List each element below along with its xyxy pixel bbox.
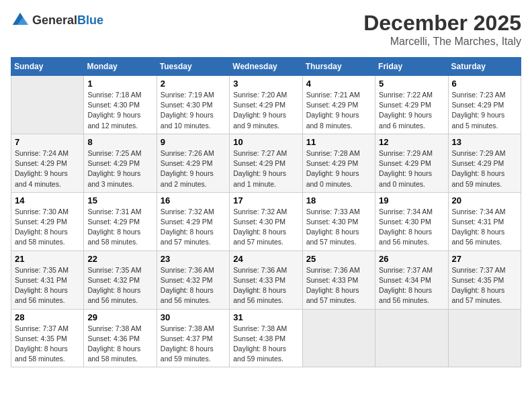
day-number: 22 bbox=[87, 254, 152, 264]
calendar-cell: 16Sunrise: 7:32 AMSunset: 4:29 PMDayligh… bbox=[157, 192, 229, 250]
calendar-week-row: 21Sunrise: 7:35 AMSunset: 4:31 PMDayligh… bbox=[11, 250, 521, 309]
day-number: 25 bbox=[306, 254, 371, 264]
day-info: Sunrise: 7:37 AMSunset: 4:35 PMDaylight:… bbox=[15, 324, 80, 365]
day-info: Sunrise: 7:29 AMSunset: 4:29 PMDaylight:… bbox=[452, 148, 517, 189]
calendar-week-row: 28Sunrise: 7:37 AMSunset: 4:35 PMDayligh… bbox=[11, 309, 521, 367]
day-info: Sunrise: 7:28 AMSunset: 4:29 PMDaylight:… bbox=[306, 148, 371, 189]
day-info: Sunrise: 7:37 AMSunset: 4:34 PMDaylight:… bbox=[379, 265, 444, 306]
day-info: Sunrise: 7:38 AMSunset: 4:37 PMDaylight:… bbox=[161, 324, 226, 365]
logo-general: General bbox=[32, 13, 77, 27]
logo: GeneralBlue bbox=[11, 11, 103, 30]
calendar-cell: 4Sunrise: 7:21 AMSunset: 4:29 PMDaylight… bbox=[302, 76, 375, 134]
day-number: 2 bbox=[161, 79, 226, 89]
day-number: 12 bbox=[379, 137, 444, 147]
day-number: 8 bbox=[87, 137, 152, 147]
calendar-cell bbox=[302, 309, 375, 367]
calendar-header-row: SundayMondayTuesdayWednesdayThursdayFrid… bbox=[11, 58, 521, 76]
month-title: December 2025 bbox=[363, 11, 521, 36]
day-info: Sunrise: 7:22 AMSunset: 4:29 PMDaylight:… bbox=[379, 90, 444, 131]
calendar-cell: 25Sunrise: 7:36 AMSunset: 4:33 PMDayligh… bbox=[302, 250, 375, 309]
day-number: 9 bbox=[161, 137, 226, 147]
day-number: 6 bbox=[452, 79, 517, 89]
calendar-cell: 30Sunrise: 7:38 AMSunset: 4:37 PMDayligh… bbox=[157, 309, 229, 367]
day-info: Sunrise: 7:18 AMSunset: 4:30 PMDaylight:… bbox=[87, 90, 152, 131]
logo-blue: Blue bbox=[77, 13, 103, 27]
calendar-cell bbox=[448, 309, 521, 367]
calendar-cell: 13Sunrise: 7:29 AMSunset: 4:29 PMDayligh… bbox=[448, 134, 521, 192]
calendar-cell: 26Sunrise: 7:37 AMSunset: 4:34 PMDayligh… bbox=[375, 250, 448, 309]
day-info: Sunrise: 7:38 AMSunset: 4:36 PMDaylight:… bbox=[87, 324, 152, 365]
logo-icon bbox=[11, 11, 30, 30]
calendar-cell: 2Sunrise: 7:19 AMSunset: 4:30 PMDaylight… bbox=[157, 76, 229, 134]
day-number: 13 bbox=[452, 137, 517, 147]
day-number: 11 bbox=[306, 137, 371, 147]
day-number: 23 bbox=[161, 254, 226, 264]
calendar-cell: 20Sunrise: 7:34 AMSunset: 4:31 PMDayligh… bbox=[448, 192, 521, 250]
day-number: 7 bbox=[15, 137, 80, 147]
header-day-sunday: Sunday bbox=[11, 58, 84, 76]
day-number: 17 bbox=[233, 195, 298, 205]
day-info: Sunrise: 7:24 AMSunset: 4:29 PMDaylight:… bbox=[15, 148, 80, 189]
day-info: Sunrise: 7:31 AMSunset: 4:29 PMDaylight:… bbox=[87, 207, 152, 248]
day-info: Sunrise: 7:36 AMSunset: 4:33 PMDaylight:… bbox=[233, 265, 298, 306]
calendar-cell: 23Sunrise: 7:36 AMSunset: 4:32 PMDayligh… bbox=[157, 250, 229, 309]
calendar-cell: 5Sunrise: 7:22 AMSunset: 4:29 PMDaylight… bbox=[375, 76, 448, 134]
day-number: 14 bbox=[15, 195, 80, 205]
day-number: 18 bbox=[306, 195, 371, 205]
calendar-cell: 8Sunrise: 7:25 AMSunset: 4:29 PMDaylight… bbox=[84, 134, 157, 192]
day-info: Sunrise: 7:33 AMSunset: 4:30 PMDaylight:… bbox=[306, 207, 371, 248]
calendar-cell: 3Sunrise: 7:20 AMSunset: 4:29 PMDaylight… bbox=[230, 76, 302, 134]
calendar-cell: 21Sunrise: 7:35 AMSunset: 4:31 PMDayligh… bbox=[11, 250, 84, 309]
calendar-cell: 10Sunrise: 7:27 AMSunset: 4:29 PMDayligh… bbox=[230, 134, 302, 192]
day-info: Sunrise: 7:38 AMSunset: 4:38 PMDaylight:… bbox=[233, 324, 298, 365]
day-info: Sunrise: 7:35 AMSunset: 4:31 PMDaylight:… bbox=[15, 265, 80, 306]
calendar-cell: 15Sunrise: 7:31 AMSunset: 4:29 PMDayligh… bbox=[84, 192, 157, 250]
day-info: Sunrise: 7:26 AMSunset: 4:29 PMDaylight:… bbox=[161, 148, 226, 189]
calendar-week-row: 1Sunrise: 7:18 AMSunset: 4:30 PMDaylight… bbox=[11, 76, 521, 134]
day-number: 30 bbox=[161, 312, 226, 322]
header-day-tuesday: Tuesday bbox=[157, 58, 229, 76]
calendar-cell: 6Sunrise: 7:23 AMSunset: 4:29 PMDaylight… bbox=[448, 76, 521, 134]
day-number: 3 bbox=[233, 79, 298, 89]
day-number: 27 bbox=[452, 254, 517, 264]
calendar-cell: 9Sunrise: 7:26 AMSunset: 4:29 PMDaylight… bbox=[157, 134, 229, 192]
header: GeneralBlue December 2025 Marcelli, The … bbox=[11, 11, 521, 48]
day-info: Sunrise: 7:34 AMSunset: 4:30 PMDaylight:… bbox=[379, 207, 444, 248]
header-day-wednesday: Wednesday bbox=[230, 58, 302, 76]
day-info: Sunrise: 7:32 AMSunset: 4:30 PMDaylight:… bbox=[233, 207, 298, 248]
day-number: 10 bbox=[233, 137, 298, 147]
day-number: 5 bbox=[379, 79, 444, 89]
calendar-cell: 31Sunrise: 7:38 AMSunset: 4:38 PMDayligh… bbox=[230, 309, 302, 367]
day-number: 16 bbox=[161, 195, 226, 205]
calendar-cell: 22Sunrise: 7:35 AMSunset: 4:32 PMDayligh… bbox=[84, 250, 157, 309]
calendar-week-row: 7Sunrise: 7:24 AMSunset: 4:29 PMDaylight… bbox=[11, 134, 521, 192]
day-number: 29 bbox=[87, 312, 152, 322]
day-info: Sunrise: 7:23 AMSunset: 4:29 PMDaylight:… bbox=[452, 90, 517, 131]
day-info: Sunrise: 7:25 AMSunset: 4:29 PMDaylight:… bbox=[87, 148, 152, 189]
title-area: December 2025 Marcelli, The Marches, Ita… bbox=[363, 11, 521, 48]
day-info: Sunrise: 7:36 AMSunset: 4:32 PMDaylight:… bbox=[161, 265, 226, 306]
day-info: Sunrise: 7:34 AMSunset: 4:31 PMDaylight:… bbox=[452, 207, 517, 248]
header-day-friday: Friday bbox=[375, 58, 448, 76]
header-day-monday: Monday bbox=[84, 58, 157, 76]
calendar-cell: 11Sunrise: 7:28 AMSunset: 4:29 PMDayligh… bbox=[302, 134, 375, 192]
calendar-cell: 17Sunrise: 7:32 AMSunset: 4:30 PMDayligh… bbox=[230, 192, 302, 250]
calendar-cell bbox=[375, 309, 448, 367]
calendar-cell: 18Sunrise: 7:33 AMSunset: 4:30 PMDayligh… bbox=[302, 192, 375, 250]
day-info: Sunrise: 7:19 AMSunset: 4:30 PMDaylight:… bbox=[161, 90, 226, 131]
header-day-saturday: Saturday bbox=[448, 58, 521, 76]
day-info: Sunrise: 7:30 AMSunset: 4:29 PMDaylight:… bbox=[15, 207, 80, 248]
day-info: Sunrise: 7:27 AMSunset: 4:29 PMDaylight:… bbox=[233, 148, 298, 189]
header-day-thursday: Thursday bbox=[302, 58, 375, 76]
calendar-cell bbox=[11, 76, 84, 134]
calendar-cell: 27Sunrise: 7:37 AMSunset: 4:35 PMDayligh… bbox=[448, 250, 521, 309]
day-info: Sunrise: 7:32 AMSunset: 4:29 PMDaylight:… bbox=[161, 207, 226, 248]
day-number: 26 bbox=[379, 254, 444, 264]
day-number: 4 bbox=[306, 79, 371, 89]
day-info: Sunrise: 7:35 AMSunset: 4:32 PMDaylight:… bbox=[87, 265, 152, 306]
day-info: Sunrise: 7:20 AMSunset: 4:29 PMDaylight:… bbox=[233, 90, 298, 131]
calendar-cell: 24Sunrise: 7:36 AMSunset: 4:33 PMDayligh… bbox=[230, 250, 302, 309]
day-number: 21 bbox=[15, 254, 80, 264]
calendar-table: SundayMondayTuesdayWednesdayThursdayFrid… bbox=[11, 57, 521, 367]
day-info: Sunrise: 7:29 AMSunset: 4:29 PMDaylight:… bbox=[379, 148, 444, 189]
